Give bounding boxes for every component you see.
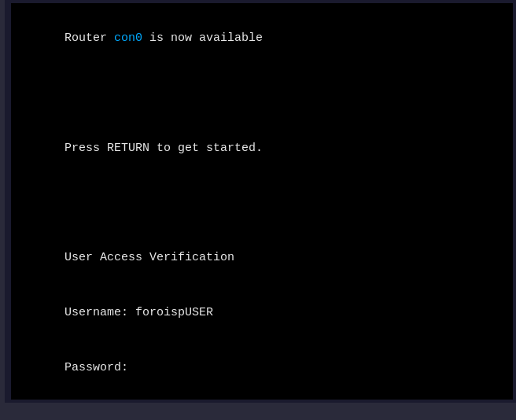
terminal-line-5: Password: (22, 341, 502, 396)
spacer-5 (22, 194, 502, 212)
spacer-3 (22, 102, 502, 120)
text-password: Password: (64, 361, 128, 374)
spacer-2 (22, 84, 502, 102)
terminal-line-1: Router con0 is now available (22, 11, 502, 66)
terminal-line-2: Press RETURN to get started. (22, 121, 502, 176)
text-username: Username: foroispUSER (64, 306, 213, 319)
terminal-line-6: Router# (22, 395, 502, 400)
text-con0: con0 (114, 31, 142, 45)
text-press-return: Press RETURN to get started. (64, 142, 263, 155)
terminal-line-4: Username: foroispUSER (22, 286, 502, 341)
text-user-access: User Access Verification (64, 251, 234, 264)
left-border (0, 0, 5, 403)
status-bar (0, 403, 516, 420)
terminal[interactable]: Router con0 is now available Press RETUR… (11, 3, 513, 400)
spacer-1 (22, 66, 502, 84)
text-available: is now available (142, 31, 263, 45)
spacer-6 (22, 212, 502, 230)
text-router: Router (64, 31, 114, 45)
terminal-line-3: User Access Verification (22, 230, 502, 286)
spacer-4 (22, 175, 502, 193)
